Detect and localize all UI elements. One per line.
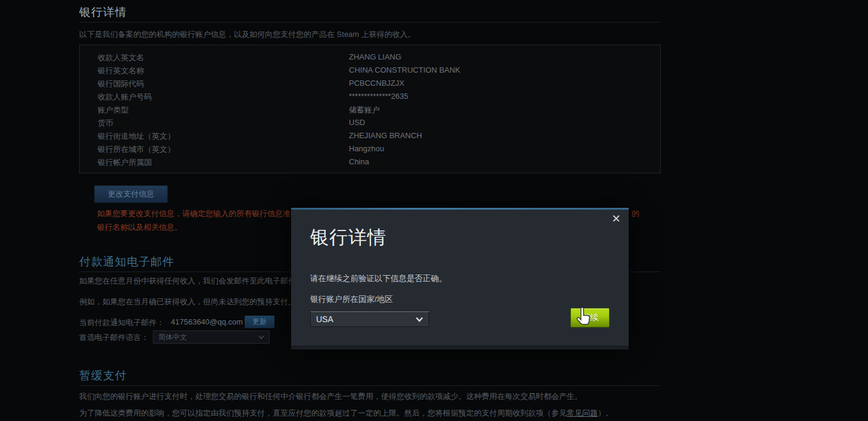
page-title: 银行详情 [79,5,127,20]
table-row: 银行英文名称CHINA CONSTRUCTION BANK [98,66,645,79]
chevron-down-icon [416,314,423,324]
section-divider [79,385,661,386]
change-payment-button[interactable]: 更改支付信息 [94,185,168,203]
title-divider [79,22,661,23]
current-email-value: 417563640@qq.com [171,317,243,326]
row-value: China [349,157,369,166]
row-value: PCBCCNBJZJX [349,79,404,88]
page-subtitle: 以下是我们备案的您的机构的银行账户信息，以及如何向您支付您的产品在 Steam … [79,29,416,40]
modal-accent-bar [291,208,629,210]
email-language-value: 简体中文 [158,332,187,342]
modal-body-text: 请在继续之前验证以下信息是否正确。 [310,273,447,284]
modal-bottom-strip [291,345,629,350]
table-row: 银行所在城市（英文）Hangzhou [98,144,645,157]
close-icon[interactable]: × [612,210,620,227]
table-row: 收款人账户号码**************2635 [98,92,645,105]
withhold-p2-text-end: ）。 [598,408,613,417]
table-row: 银行街道地址（英文）ZHEJIANG BRANCH [98,131,645,144]
row-label: 银行帐户所属国 [98,157,152,168]
country-select-value: USA [316,314,333,324]
row-label: 银行街道地址（英文） [98,131,175,142]
table-row: 收款人英文名ZHANG LIANG [98,52,645,66]
screen: 银行详情 以下是我们备案的您的机构的银行账户信息，以及如何向您支付您的产品在 S… [0,0,868,421]
table-row: 银行帐户所属国China [98,157,645,170]
row-value: ZHEJIANG BRANCH [349,131,422,140]
row-value: 储蓄账户 [349,105,380,116]
country-label: 银行账户所在国家/地区 [310,294,393,305]
email-language-select[interactable]: 简体中文 [153,330,270,344]
chevron-down-icon [258,333,264,341]
row-label: 收款人账户号码 [98,92,152,102]
email-paragraph-2: 例如，如果您在当月确已获得收入，但尚未达到您的预持支付上限。 [79,297,311,307]
row-label: 收款人英文名 [98,52,144,63]
withhold-p2-text: 为了降低这类费用的影响，您可以指定由我们预持支付，直至应付您的款项超过了一定的上… [79,408,567,417]
row-label: 银行国际代码 [98,79,144,89]
table-row: 账户类型储蓄账户 [98,105,645,118]
update-email-button[interactable]: 更新 [245,316,274,328]
withhold-paragraph-2: 为了降低这类费用的影响，您可以指定由我们预持支付，直至应付您的款项超过了一定的上… [79,408,613,419]
row-value: **************2635 [349,92,408,101]
warning-line-2: 银行名称以及相关信息。 [97,222,182,233]
row-value: Hangzhou [349,144,384,153]
faq-link[interactable]: 常见问题 [567,408,598,417]
bank-details-modal: × 银行详情 请在继续之前验证以下信息是否正确。 银行账户所在国家/地区 USA… [291,208,629,350]
email-language-label: 首选电子邮件语言： [79,332,149,343]
table-row: 银行国际代码PCBCCNBJZJX [98,79,645,92]
modal-title: 银行详情 [310,225,386,250]
section-title-payment-email: 付款通知电子邮件 [79,254,174,270]
row-label: 货币 [98,118,113,129]
row-label: 银行英文名称 [98,66,144,76]
warning-line-1-fragment: 的 [632,208,639,219]
country-select[interactable]: USA [310,311,429,327]
continue-button[interactable]: 继续 [570,308,610,328]
bank-details-table: 收款人英文名ZHANG LIANG 银行英文名称CHINA CONSTRUCTI… [79,45,661,173]
row-value: CHINA CONSTRUCTION BANK [349,66,460,74]
section-title-withhold: 暂缓支付 [79,368,127,383]
withhold-paragraph-1: 我们向您的银行账户进行支付时，处理您交易的银行和任何中介银行都会产生一笔费用，使… [79,391,582,402]
row-label: 银行所在城市（英文） [98,144,175,155]
row-value: USD [349,118,365,127]
row-label: 账户类型 [98,105,129,116]
email-paragraph-1: 如果您在任意月份中获得任何收入，我们会发邮件至此电子邮件地址。 [79,276,319,286]
row-value: ZHANG LIANG [349,52,401,61]
table-row: 货币USD [98,118,645,131]
current-email-label: 当前付款通知电子邮件： [79,317,164,328]
